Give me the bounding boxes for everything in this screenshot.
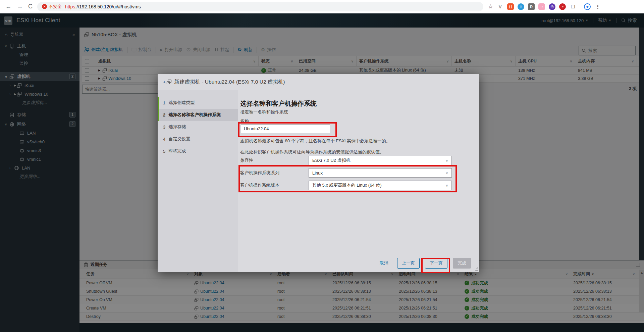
bookmark-star-icon[interactable]: ☆ xyxy=(488,3,493,10)
os-version-row: 客户机操作系统版本 其他 5.x 或更高版本的 Linux (64 位)∨ xyxy=(240,181,468,190)
dialog-title-bar: + 新建虚拟机 - Ubuntu22.04 (ESXi 7.0 U2 虚拟机) xyxy=(158,74,479,90)
vm-name-input[interactable] xyxy=(241,124,330,133)
browser-menu-icon[interactable]: ⋮ xyxy=(594,3,601,10)
esxi-host-client-app: ← → C ✕ 不安全 https://192.168.50.120/ui/#/… xyxy=(0,0,644,332)
name-help-text: 虚拟机名称最多可包含 80 个字符，且名称在每个 ESXi 实例中必须是唯一的。 xyxy=(240,138,390,144)
wizard-step-2[interactable]: 2选择名称和客户机操作系统 xyxy=(158,109,238,121)
wizard-steps: 1选择创建类型 2选择名称和客户机操作系统 3选择存储 4自定义设置 5即将完成 xyxy=(158,90,238,272)
os-family-label: 客户机操作系统系列 xyxy=(240,170,309,176)
compatibility-label: 兼容性 xyxy=(240,157,309,163)
cancel-button[interactable]: 取消 xyxy=(380,260,388,266)
extension-fast-forward-icon[interactable]: » xyxy=(559,3,566,10)
chevron-down-icon: ∨ xyxy=(446,171,448,175)
extension-tv-icon[interactable]: TV xyxy=(538,3,545,10)
os-version-label: 客户机操作系统版本 xyxy=(240,182,309,188)
vm-name-label: 名称 xyxy=(240,118,249,124)
wizard-step-1[interactable]: 1选择创建类型 xyxy=(158,97,238,109)
step-subheading: 指定唯一名称和操作系统 xyxy=(240,109,288,115)
os-help-text: 在此处标识客户机操作系统可让向导为操作系统的安装提供适当的默认值。 xyxy=(240,149,384,155)
wizard-step-3[interactable]: 3选择存储 xyxy=(158,121,238,133)
url-text[interactable]: https://192.168.50.120/ui/#/host/vms xyxy=(65,4,141,9)
browser-chrome: ← → C ✕ 不安全 https://192.168.50.120/ui/#/… xyxy=(0,0,644,13)
heading-divider xyxy=(240,115,470,115)
chevron-down-icon: ∨ xyxy=(446,184,448,187)
step-heading: 选择名称和客户机操作系统 xyxy=(240,99,317,108)
not-secure-icon: ✕ xyxy=(42,4,47,9)
compatibility-select[interactable]: ESXi 7.0 U2 虚拟机∨ xyxy=(309,156,452,165)
browser-back-icon[interactable]: ← xyxy=(5,3,11,10)
extension-v-icon[interactable]: V xyxy=(497,3,503,10)
os-family-select[interactable]: Linux∨ xyxy=(309,168,452,178)
wizard-step-5[interactable]: 5即将完成 xyxy=(158,145,238,157)
resize-grip[interactable] xyxy=(475,268,478,271)
compatibility-row: 兼容性 ESXi 7.0 U2 虚拟机∨ xyxy=(240,156,468,165)
dialog-title: 新建虚拟机 - Ubuntu22.04 (ESXi 7.0 U2 虚拟机) xyxy=(174,79,285,86)
extension-braces-icon[interactable]: { } xyxy=(507,3,514,10)
os-family-row: 客户机操作系统系列 Linux∨ xyxy=(240,168,468,178)
extension-ring-icon[interactable]: ◎ xyxy=(549,3,555,10)
browser-reload-icon[interactable]: C xyxy=(28,3,33,10)
browser-forward-icon[interactable]: → xyxy=(17,3,23,10)
url-rest: ://192.168.50.120/ui/#/host/vms xyxy=(75,4,141,9)
back-button[interactable]: 上一页 xyxy=(397,258,420,269)
url-protocol: https xyxy=(65,4,75,9)
os-version-select[interactable]: 其他 5.x 或更高版本的 Linux (64 位)∨ xyxy=(309,181,452,190)
address-bar[interactable]: ✕ 不安全 https://192.168.50.120/ui/#/host/v… xyxy=(37,2,483,11)
vm-icon xyxy=(166,79,172,85)
browser-extensions-row: ☆ V { } ⇩ R TV ◎ » ❒ ☻ ⋮ xyxy=(488,3,601,10)
next-button[interactable]: 下一页 xyxy=(425,258,447,269)
extensions-puzzle-icon[interactable]: ❒ xyxy=(570,3,576,10)
extension-download-icon[interactable]: ⇩ xyxy=(518,3,524,10)
finish-button[interactable]: 完成 xyxy=(453,258,471,269)
wizard-content: 选择名称和客户机操作系统 指定唯一名称和操作系统 名称 虚拟机名称最多可包含 8… xyxy=(238,90,479,272)
new-vm-wizard-dialog: + 新建虚拟机 - Ubuntu22.04 (ESXi 7.0 U2 虚拟机) … xyxy=(158,74,479,272)
browser-profile-icon[interactable]: ☻ xyxy=(584,3,591,10)
wizard-footer: 取消 上一页 下一页 完成 xyxy=(380,258,471,269)
not-secure-label[interactable]: 不安全 xyxy=(49,4,62,10)
toolbar-divider xyxy=(580,4,580,10)
extension-r-icon[interactable]: R xyxy=(528,3,535,10)
wizard-step-4[interactable]: 4自定义设置 xyxy=(158,133,238,145)
chevron-down-icon: ∨ xyxy=(446,159,448,162)
plus-icon: + xyxy=(163,80,166,85)
